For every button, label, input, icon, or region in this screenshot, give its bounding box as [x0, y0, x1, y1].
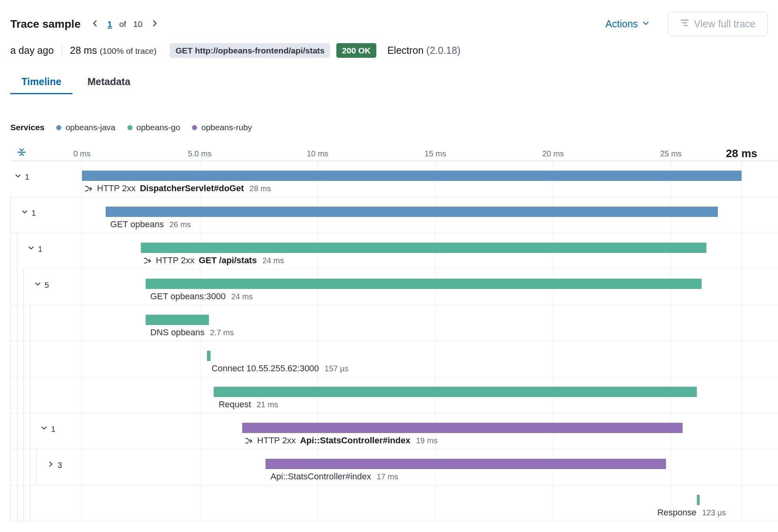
next-trace-button[interactable]: [150, 17, 160, 30]
axis-tick-label: 20 ms: [542, 149, 564, 158]
waterfall-row[interactable]: 1GET opbeans26 ms: [10, 197, 778, 233]
view-full-trace-button[interactable]: View full trace: [668, 12, 768, 36]
depth-guide-line: [10, 305, 11, 341]
waterfall-row[interactable]: 1HTTP 2xxDispatcherServlet#doGet28 ms: [10, 161, 778, 197]
depth-guide-line: [17, 233, 17, 269]
span-duration-label: 28 ms: [249, 184, 271, 193]
waterfall-row[interactable]: Response123 µs: [10, 485, 778, 521]
toggle-children-button[interactable]: 1: [13, 171, 30, 182]
axis-tick-label: 5.0 ms: [188, 149, 212, 158]
view-full-trace-label: View full trace: [694, 18, 755, 30]
collapse-all-button[interactable]: [16, 146, 27, 159]
depth-guide-line: [23, 341, 24, 377]
chevron-right-icon: [150, 19, 159, 29]
span-duration-bar[interactable]: [242, 423, 683, 433]
depth-guide-line: [30, 341, 30, 377]
span-name: Request: [218, 399, 251, 410]
agent-version: (2.0.18): [426, 45, 460, 56]
toggle-children-button[interactable]: 1: [20, 207, 37, 218]
children-count: 5: [45, 281, 49, 290]
span-label: HTTP 2xxGET /api/stats24 ms: [143, 255, 284, 266]
legend-dot: [127, 125, 133, 130]
fold-icon: [17, 152, 27, 158]
timeline-axis: 0 ms5.0 ms10 ms15 ms20 ms25 ms28 ms: [10, 142, 778, 161]
span-duration-bar[interactable]: [106, 207, 718, 217]
span-duration-bar[interactable]: [266, 459, 666, 469]
waterfall-row[interactable]: 1HTTP 2xxGET /api/stats24 ms: [10, 233, 778, 269]
axis-tick-label: 15 ms: [425, 149, 446, 158]
depth-guide-line: [17, 377, 17, 413]
legend-item-label: opbeans-ruby: [201, 123, 252, 132]
tab-metadata[interactable]: Metadata: [76, 71, 141, 94]
waterfall-row[interactable]: 5GET opbeans:300024 ms: [10, 269, 778, 305]
depth-guide-line: [10, 377, 11, 413]
toggle-children-button[interactable]: 3: [46, 460, 63, 471]
span-name: DNS opbeans: [150, 327, 205, 338]
chevron-down-icon: [40, 424, 48, 434]
depth-guide-line: [30, 449, 30, 485]
trace-duration: 28 ms: [70, 45, 97, 56]
children-count: 1: [51, 425, 55, 434]
legend-item-label: opbeans-go: [137, 123, 180, 132]
page-title: Trace sample: [10, 18, 80, 30]
legend-dot: [192, 125, 197, 130]
depth-guide-line: [23, 485, 24, 521]
span-name: Api::StatsController#index: [270, 471, 371, 482]
trace-age: a day ago: [10, 45, 54, 56]
depth-guide-line: [17, 305, 17, 341]
span-duration-bar[interactable]: [141, 243, 706, 253]
waterfall-row[interactable]: Request21 ms: [10, 377, 778, 413]
span-label: HTTP 2xxApi::StatsController#index19 ms: [245, 435, 438, 446]
waterfall-row[interactable]: 3Api::StatsController#index17 ms: [10, 449, 778, 485]
toggle-children-button[interactable]: 1: [40, 424, 56, 435]
depth-guide-line: [10, 413, 11, 449]
depth-guide-line: [17, 341, 17, 377]
depth-guide-line: [23, 413, 24, 449]
actions-label: Actions: [605, 18, 638, 30]
span-duration-bar[interactable]: [207, 351, 211, 361]
legend-item-label: opbeans-java: [65, 123, 115, 132]
depth-guide-line: [10, 341, 11, 377]
toggle-children-button[interactable]: 5: [33, 279, 50, 291]
depth-guide-line: [30, 413, 30, 449]
children-count: 3: [58, 461, 62, 470]
legend-item-opbeans-go: opbeans-go: [127, 123, 180, 132]
waterfall-row[interactable]: 1HTTP 2xxApi::StatsController#index19 ms: [10, 413, 778, 449]
span-duration-bar[interactable]: [697, 495, 700, 505]
span-duration-bar[interactable]: [146, 315, 209, 325]
chevron-down-icon: [14, 172, 22, 182]
tab-timeline[interactable]: Timeline: [10, 71, 72, 94]
waterfall-row[interactable]: DNS opbeans2.7 ms: [10, 305, 778, 341]
depth-guide-line: [10, 269, 11, 305]
span-duration-bar[interactable]: [82, 171, 742, 181]
http-status-prefix: HTTP 2xx: [257, 435, 296, 446]
trace-duration-percent: (100% of trace): [100, 46, 157, 55]
depth-guide-line: [23, 305, 24, 341]
span-name: GET /api/stats: [199, 255, 257, 266]
span-label: Request21 ms: [218, 399, 278, 410]
current-page-button[interactable]: 1: [107, 19, 112, 29]
waterfall-row[interactable]: Connect 10.55.255.62:3000157 µs: [10, 341, 778, 377]
pagination-total: 10: [133, 19, 142, 29]
trace-tabs: Timeline Metadata: [10, 71, 768, 94]
span-duration-label: 2.7 ms: [210, 328, 234, 337]
agent-info: Electron (2.0.18): [387, 45, 461, 56]
span-duration-label: 24 ms: [262, 256, 284, 265]
depth-guide-line: [17, 413, 17, 449]
span-duration-bar[interactable]: [146, 279, 702, 289]
depth-guide-line: [30, 377, 30, 413]
span-duration-bar[interactable]: [214, 387, 696, 397]
span-name: GET opbeans: [110, 219, 164, 230]
span-duration-label: 21 ms: [256, 400, 278, 409]
depth-guide-line: [10, 197, 11, 233]
span-label: DNS opbeans2.7 ms: [150, 327, 234, 338]
depth-guide-line: [23, 269, 24, 305]
depth-guide-line: [17, 449, 17, 485]
span-name: Response: [657, 507, 696, 518]
span-duration-label: 19 ms: [416, 436, 437, 445]
prev-trace-button[interactable]: [90, 17, 100, 30]
toggle-children-button[interactable]: 1: [27, 243, 43, 255]
depth-guide-line: [17, 269, 17, 305]
actions-menu-button[interactable]: Actions: [603, 18, 652, 30]
chevron-down-icon: [34, 280, 42, 290]
